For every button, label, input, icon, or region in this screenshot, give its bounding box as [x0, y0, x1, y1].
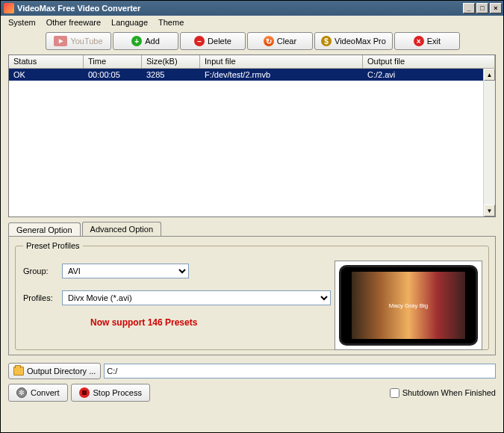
device-preview: Macy Gray Big [339, 265, 478, 346]
cell-size: 3285 [142, 69, 200, 80]
list-header: Status Time Size(kB) Input file Output f… [9, 55, 495, 69]
preview-screen: Macy Gray Big [352, 272, 465, 339]
shutdown-checkbox[interactable] [390, 388, 399, 398]
minimize-button[interactable]: _ [463, 3, 475, 13]
cell-time: 00:00:05 [84, 69, 142, 80]
menu-other-freeware[interactable]: Other freeware [43, 17, 104, 28]
scroll-up-icon[interactable]: ▲ [484, 69, 495, 81]
menu-theme[interactable]: Theme [155, 17, 187, 28]
fieldset-legend: Preset Profiles [23, 241, 83, 250]
add-button[interactable]: + Add [113, 32, 178, 50]
toolbar: ▶ YouTube + Add − Delete ↻ Clear $ Video… [1, 29, 503, 53]
table-row[interactable]: OK 00:00:05 3285 F:/dev/test/2.rmvb C:/2… [9, 69, 495, 81]
exit-button[interactable]: × Exit [394, 32, 460, 50]
profiles-label: Profiles: [23, 293, 59, 302]
convert-button[interactable]: ✼ Convert [8, 384, 68, 402]
plus-icon: + [131, 36, 142, 46]
tab-general[interactable]: General Option [8, 222, 81, 237]
app-icon [4, 3, 14, 13]
dollar-icon: $ [321, 36, 332, 46]
list-body[interactable]: OK 00:00:05 3285 F:/dev/test/2.rmvb C:/2… [9, 69, 495, 216]
youtube-icon: ▶ [54, 36, 67, 46]
folder-icon [13, 367, 24, 376]
close-button[interactable]: × [490, 3, 502, 13]
clear-button[interactable]: ↻ Clear [247, 32, 313, 50]
stop-icon [79, 387, 90, 398]
delete-button[interactable]: − Delete [180, 32, 246, 50]
col-output[interactable]: Output file [363, 55, 495, 68]
scroll-down-icon[interactable]: ▼ [484, 205, 495, 216]
menu-language[interactable]: Language [108, 17, 151, 28]
menu-system[interactable]: System [5, 17, 39, 28]
output-directory-button[interactable]: Output Directory ... [8, 363, 101, 379]
group-select[interactable]: AVI [62, 264, 189, 278]
tab-panel-general: Preset Profiles Group: AVI Profiles: Div… [8, 236, 496, 355]
cell-output: C:/2.avi [363, 69, 495, 80]
preset-profiles-fieldset: Preset Profiles Group: AVI Profiles: Div… [15, 241, 489, 350]
profiles-select[interactable]: Divx Movie (*.avi) [62, 290, 331, 305]
col-size[interactable]: Size(kB) [142, 55, 200, 68]
minus-icon: − [194, 36, 205, 46]
videomax-pro-button[interactable]: $ VideoMax Pro [314, 32, 393, 50]
title-bar: VideoMax Free Video Converter _ □ × [1, 1, 503, 16]
youtube-button[interactable]: ▶ YouTube [46, 32, 111, 50]
window-title: VideoMax Free Video Converter [17, 4, 140, 13]
exit-icon: × [414, 36, 424, 46]
tab-strip: General Option Advanced Option [8, 222, 496, 236]
stop-process-button[interactable]: Stop Process [71, 384, 150, 402]
gear-icon: ✼ [16, 387, 27, 398]
tab-advanced[interactable]: Advanced Option [82, 222, 161, 236]
output-directory-input[interactable] [104, 364, 496, 379]
menu-bar: System Other freeware Language Theme [1, 16, 503, 29]
col-status[interactable]: Status [9, 55, 84, 68]
col-time[interactable]: Time [84, 55, 142, 68]
group-label: Group: [23, 267, 59, 275]
clear-icon: ↻ [264, 36, 274, 46]
preview-box: Macy Gray Big [335, 261, 482, 350]
cell-input: F:/dev/test/2.rmvb [200, 69, 363, 80]
cell-status: OK [9, 69, 84, 80]
maximize-button[interactable]: □ [476, 3, 488, 13]
shutdown-checkbox-label[interactable]: Shutdown When Finished [390, 388, 496, 398]
scrollbar[interactable]: ▲ ▼ [483, 69, 495, 216]
col-input[interactable]: Input file [200, 55, 363, 68]
file-list[interactable]: Status Time Size(kB) Input file Output f… [8, 54, 496, 217]
